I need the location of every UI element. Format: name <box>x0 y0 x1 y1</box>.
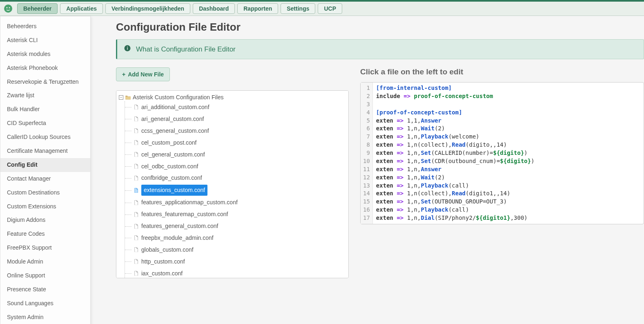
file-icon <box>133 235 139 241</box>
nav-dashboard[interactable]: Dashboard <box>193 3 235 14</box>
tree-root[interactable]: − Asterisk Custom Configuration Files <box>119 93 346 101</box>
file-label: features_featuremap_custom.conf <box>141 209 228 219</box>
menu-item-sound-languages[interactable]: Sound Languages <box>0 297 90 311</box>
file-label: freepbx_module_admin.conf <box>141 233 214 243</box>
file-label: http_custom.conf <box>141 257 185 267</box>
file-icon <box>133 212 139 217</box>
file-globals-custom-conf[interactable]: globals_custom.conf <box>125 244 346 256</box>
nav-applicaties[interactable]: Applicaties <box>60 3 103 14</box>
file-label: ccss_general_custom.conf <box>141 126 209 136</box>
svg-rect-4 <box>127 48 128 50</box>
file-label: ari_additional_custom.conf <box>141 102 209 112</box>
main-content: Configuration File Editor What is Config… <box>91 16 644 324</box>
file-label: cel_custom_post.conf <box>141 138 196 148</box>
menu-item-callerid-lookup-sources[interactable]: CallerID Lookup Sources <box>0 130 90 144</box>
menu-item-freepbx-support[interactable]: FreePBX Support <box>0 241 90 255</box>
file-features-featuremap-custom-conf[interactable]: features_featuremap_custom.conf <box>125 208 346 220</box>
menu-item-beheerders[interactable]: Beheerders <box>0 20 90 34</box>
file-icon <box>133 223 139 229</box>
menu-item-reservekopie-terugzetten[interactable]: Reservekopie & Terugzetten <box>0 75 90 89</box>
code-editor[interactable]: 1234567891011121314151617 [from-internal… <box>360 82 644 224</box>
admin-side-menu: BeheerdersAsterisk CLIAsterisk modulesAs… <box>0 16 91 324</box>
info-banner-text: What is Configuration File Editor <box>136 45 236 54</box>
menu-item-zwarte-lijst[interactable]: Zwarte lijst <box>0 89 90 103</box>
menu-item-presence-state[interactable]: Presence State <box>0 283 90 297</box>
add-new-file-label: Add New File <box>128 71 164 78</box>
file-iax-custom-conf[interactable]: iax_custom.conf <box>125 268 346 278</box>
file-icon <box>133 128 139 134</box>
editor-title: Click a file on the left to edit <box>360 67 644 76</box>
file-label: features_applicationmap_custom.conf <box>141 197 238 208</box>
menu-item-cid-superfecta[interactable]: CID Superfecta <box>0 116 90 130</box>
nav-beheerder[interactable]: Beheerder <box>17 3 58 14</box>
file-cel-odbc-custom-conf[interactable]: cel_odbc_custom.conf <box>125 161 346 172</box>
svg-point-1 <box>7 7 8 9</box>
info-icon <box>124 45 131 54</box>
editor-gutter: 1234567891011121314151617 <box>361 83 373 224</box>
nav-verbindingsmogelijkheden[interactable]: Verbindingsmogelijkheden <box>105 3 190 14</box>
file-ari-general-custom-conf[interactable]: ari_general_custom.conf <box>125 113 346 125</box>
file-tree-panel[interactable]: − Asterisk Custom Configuration Files ar… <box>116 90 349 278</box>
app-logo-icon <box>3 4 13 13</box>
file-ccss-general-custom-conf[interactable]: ccss_general_custom.conf <box>125 125 346 137</box>
plus-icon: + <box>122 71 125 78</box>
file-label: ari_general_custom.conf <box>141 114 204 124</box>
menu-item-bulk-handler[interactable]: Bulk Handler <box>0 103 90 116</box>
menu-item-asterisk-modules[interactable]: Asterisk modules <box>0 47 90 61</box>
collapse-icon[interactable]: − <box>119 95 123 100</box>
svg-point-5 <box>127 47 128 47</box>
nav-ucp[interactable]: UCP <box>318 3 342 14</box>
file-ari-additional-custom-conf[interactable]: ari_additional_custom.conf <box>125 101 346 113</box>
file-icon <box>133 270 139 276</box>
page-title: Configuration File Editor <box>116 21 644 34</box>
file-cel-general-custom-conf[interactable]: cel_general_custom.conf <box>125 149 346 161</box>
menu-item-config-edit[interactable]: Config Edit <box>0 158 90 172</box>
menu-item-custom-destinations[interactable]: Custom Destinations <box>0 186 90 200</box>
file-label: cel_general_custom.conf <box>141 150 205 160</box>
file-label: extensions_custom.conf <box>141 185 207 196</box>
menu-item-asterisk-cli[interactable]: Asterisk CLI <box>0 34 90 47</box>
add-new-file-button[interactable]: + Add New File <box>116 67 170 81</box>
file-http-custom-conf[interactable]: http_custom.conf <box>125 256 346 268</box>
menu-item-feature-codes[interactable]: Feature Codes <box>0 227 90 241</box>
tree-root-label: Asterisk Custom Configuration Files <box>133 94 224 101</box>
file-icon <box>133 163 139 169</box>
file-icon <box>133 152 139 157</box>
file-label: confbridge_custom.conf <box>141 173 202 183</box>
folder-icon <box>125 95 131 100</box>
file-label: iax_custom.conf <box>141 268 183 278</box>
nav-settings[interactable]: Settings <box>281 3 315 14</box>
file-cel-custom-post-conf[interactable]: cel_custom_post.conf <box>125 137 346 149</box>
menu-item-digium-addons[interactable]: Digium Addons <box>0 213 90 227</box>
top-navbar: BeheerderApplicatiesVerbindingsmogelijkh… <box>0 0 644 16</box>
file-features-general-custom-conf[interactable]: features_general_custom.conf <box>125 220 346 232</box>
file-extensions-custom-conf[interactable]: extensions_custom.conf <box>125 184 346 197</box>
menu-item-online-support[interactable]: Online Support <box>0 269 90 283</box>
svg-point-0 <box>4 4 12 13</box>
file-icon <box>133 116 139 122</box>
file-icon <box>133 104 139 110</box>
file-icon <box>133 140 139 145</box>
file-icon <box>133 188 139 193</box>
info-banner[interactable]: What is Configuration File Editor <box>116 39 644 59</box>
svg-point-2 <box>9 7 10 9</box>
file-label: globals_custom.conf <box>141 245 194 255</box>
file-icon <box>133 247 139 252</box>
menu-item-system-admin[interactable]: System Admin <box>0 311 90 324</box>
file-features-applicationmap-custom-conf[interactable]: features_applicationmap_custom.conf <box>125 197 346 208</box>
file-label: cel_odbc_custom.conf <box>141 161 198 172</box>
menu-item-asterisk-phonebook[interactable]: Asterisk Phonebook <box>0 61 90 75</box>
menu-item-certificate-management[interactable]: Certificate Management <box>0 144 90 158</box>
file-confbridge-custom-conf[interactable]: confbridge_custom.conf <box>125 172 346 184</box>
file-label: features_general_custom.conf <box>141 221 218 231</box>
editor-code[interactable]: [from-internal-custom]include => proof-o… <box>373 83 538 224</box>
menu-item-custom-extensions[interactable]: Custom Extensions <box>0 200 90 214</box>
nav-rapporten[interactable]: Rapporten <box>237 3 278 14</box>
file-freepbx-module-admin-conf[interactable]: freepbx_module_admin.conf <box>125 232 346 244</box>
file-icon <box>133 259 139 264</box>
menu-item-contact-manager[interactable]: Contact Manager <box>0 172 90 186</box>
file-icon <box>133 200 139 206</box>
menu-item-module-admin[interactable]: Module Admin <box>0 255 90 269</box>
file-icon <box>133 175 139 181</box>
